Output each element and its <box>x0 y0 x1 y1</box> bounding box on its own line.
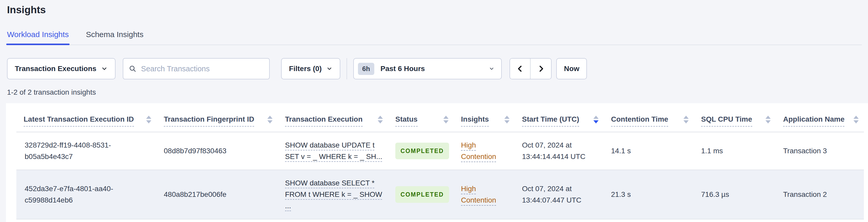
chevron-down-icon <box>489 66 494 71</box>
column-header-fingerprint[interactable]: Transaction Fingerprint ID <box>157 103 278 132</box>
time-range-shortcut-badge: 6h <box>358 63 374 75</box>
column-header-label[interactable]: SQL CPU Time <box>701 115 752 127</box>
sort-arrows-icon[interactable] <box>378 116 383 123</box>
cell-status: COMPLETED <box>388 170 454 219</box>
time-range-nav <box>509 58 552 80</box>
search-box <box>123 58 270 80</box>
results-count: 1-2 of 2 transaction insights <box>7 88 862 96</box>
report-type-dropdown[interactable]: Transaction Executions <box>7 58 116 80</box>
insight-link[interactable]: High Contention <box>461 183 502 206</box>
insight-link[interactable]: High Contention <box>461 139 502 162</box>
column-header-label[interactable]: Status <box>395 115 417 127</box>
start-time: Oct 07, 2024 at 13:44:07.447 UTC <box>522 183 592 206</box>
cell-contentionTime: 14.1 s <box>604 132 694 170</box>
chevron-down-icon <box>101 65 108 72</box>
sort-arrows-icon[interactable] <box>593 116 598 123</box>
page-title: Insights <box>7 4 862 16</box>
toolbar-divider <box>346 58 347 80</box>
transaction-execution-id: 328729d2-ff19-4408-8531-b05a5b4e43c7 <box>25 139 151 162</box>
transaction-execution-link[interactable]: SHOW database SELECT * FROM t WHERE k = … <box>285 178 383 212</box>
column-header-execId[interactable]: Latest Transaction Execution ID <box>17 103 157 132</box>
chevron-right-icon <box>537 64 545 73</box>
column-header-label[interactable]: Insights <box>461 115 489 127</box>
chevron-down-icon <box>326 66 333 72</box>
insights-table-card: Latest Transaction Execution IDTransacti… <box>6 103 868 222</box>
sort-arrows-icon[interactable] <box>504 116 509 123</box>
column-header-label[interactable]: Transaction Fingerprint ID <box>164 115 254 127</box>
sort-arrows-icon[interactable] <box>443 116 448 123</box>
search-icon <box>129 65 136 72</box>
filters-dropdown[interactable]: Filters (0) <box>281 58 340 80</box>
transaction-execution-id: 452da3e7-e7fa-4801-aa40-c59988d14eb6 <box>25 183 151 206</box>
cell-appName: Transaction 2 <box>776 170 864 219</box>
cell-sql: SHOW database UPDATE t SET v = _ WHERE k… <box>278 132 388 170</box>
column-header-cpuTime[interactable]: SQL CPU Time <box>694 103 776 132</box>
next-range-button[interactable] <box>531 59 551 79</box>
sort-arrows-icon[interactable] <box>854 116 859 123</box>
sort-arrows-icon[interactable] <box>683 116 689 123</box>
cell-execId: 452da3e7-e7fa-4801-aa40-c59988d14eb6 <box>17 170 157 219</box>
insights-page: Insights Workload Insights Schema Insigh… <box>0 0 868 96</box>
cell-cpuTime: 1.1 ms <box>694 132 776 170</box>
table-row: 452da3e7-e7fa-4801-aa40-c59988d14eb6480a… <box>17 170 864 219</box>
column-header-status[interactable]: Status <box>388 103 454 132</box>
cell-startTime: Oct 07, 2024 at 13:44:14.4414 UTC <box>515 132 604 170</box>
table-row: 328729d2-ff19-4408-8531-b05a5b4e43c708d8… <box>17 132 864 170</box>
now-button[interactable]: Now <box>556 58 587 80</box>
chevron-left-icon <box>516 64 524 73</box>
tab-workload-insights[interactable]: Workload Insights <box>7 30 69 44</box>
column-header-insights[interactable]: Insights <box>454 103 515 132</box>
cell-cpuTime: 716.3 µs <box>694 170 776 219</box>
cell-status: COMPLETED <box>388 132 454 170</box>
cell-fingerprint: 480a8b217be006fe <box>157 170 278 219</box>
toolbar: Transaction Executions Filters (0) 6h Pa… <box>7 58 862 80</box>
column-header-label[interactable]: Contention Time <box>611 115 668 127</box>
cell-execId: 328729d2-ff19-4408-8531-b05a5b4e43c7 <box>17 132 157 170</box>
cell-insights: High Contention <box>454 132 515 170</box>
insights-table: Latest Transaction Execution IDTransacti… <box>17 103 864 219</box>
tabs-bar: Workload Insights Schema Insights <box>7 30 862 45</box>
cell-insights: High Contention <box>454 170 515 219</box>
cell-sql: SHOW database SELECT * FROM t WHERE k = … <box>278 170 388 219</box>
start-time: Oct 07, 2024 at 13:44:14.4414 UTC <box>522 139 592 162</box>
report-type-label: Transaction Executions <box>15 65 96 73</box>
column-header-sql[interactable]: Transaction Execution <box>278 103 388 132</box>
status-badge: COMPLETED <box>395 186 449 203</box>
search-transactions-input[interactable] <box>141 64 264 73</box>
sort-arrows-icon[interactable] <box>146 116 151 123</box>
cell-startTime: Oct 07, 2024 at 13:44:07.447 UTC <box>515 170 604 219</box>
cell-appName: Transaction 3 <box>776 132 864 170</box>
sort-arrows-icon[interactable] <box>766 116 771 123</box>
sort-arrows-icon[interactable] <box>267 116 273 123</box>
column-header-contentionTime[interactable]: Contention Time <box>604 103 694 132</box>
cell-fingerprint: 08d8b7d97f830463 <box>157 132 278 170</box>
time-range-picker[interactable]: 6h Past 6 Hours <box>353 58 502 80</box>
column-header-appName[interactable]: Application Name <box>776 103 864 132</box>
time-range-label: Past 6 Hours <box>380 65 425 73</box>
filters-label: Filters (0) <box>289 65 321 73</box>
column-header-label[interactable]: Latest Transaction Execution ID <box>24 115 134 127</box>
column-header-label[interactable]: Start Time (UTC) <box>522 115 579 127</box>
column-header-label[interactable]: Transaction Execution <box>285 115 363 127</box>
column-header-startTime[interactable]: Start Time (UTC) <box>515 103 604 132</box>
tab-schema-insights[interactable]: Schema Insights <box>86 30 144 44</box>
table-header-row: Latest Transaction Execution IDTransacti… <box>17 103 864 132</box>
status-badge: COMPLETED <box>395 142 449 159</box>
transaction-execution-link[interactable]: SHOW database UPDATE t SET v = _ WHERE k… <box>285 139 383 162</box>
column-header-label[interactable]: Application Name <box>783 115 844 127</box>
cell-contentionTime: 21.3 s <box>604 170 694 219</box>
prev-range-button[interactable] <box>510 59 531 79</box>
